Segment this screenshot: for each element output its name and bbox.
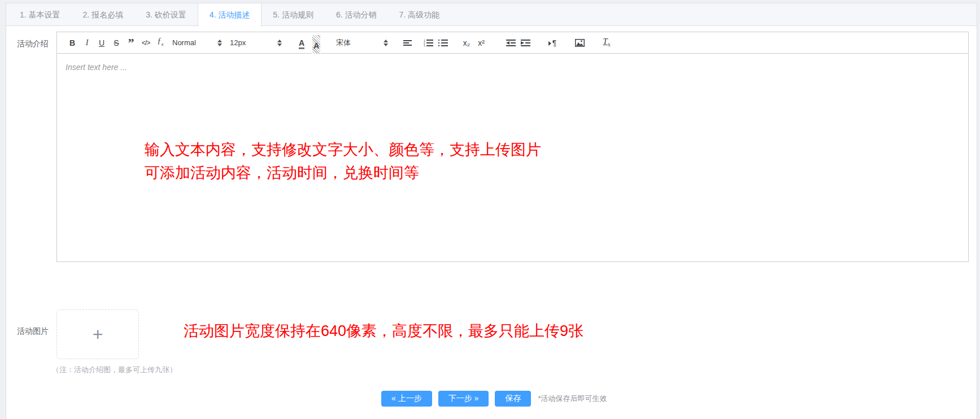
upload-note: （注：活动介绍图，最多可上传九张） <box>52 365 177 375</box>
bullet-list-icon[interactable] <box>435 39 450 47</box>
rich-text-editor: B I U S ” </> ƒx Normal 12px A <box>56 32 969 262</box>
activity-settings-card: 1. 基本设置 2. 报名必填 3. 砍价设置 4. 活动描述 5. 活动规则 … <box>6 3 977 419</box>
font-size-value: 12px <box>230 38 246 47</box>
intro-label: 活动介绍 <box>17 32 51 262</box>
footer-actions: « 上一步 下一步 » 保存 *活动保存后即可生效 <box>381 391 969 407</box>
annotation-line-2: 可添加活动内容，活动时间，兑换时间等 <box>145 162 541 185</box>
clear-format-t: T <box>603 37 607 46</box>
paragraph-format-value: Normal <box>172 38 196 47</box>
tab-panel-activity-description: 活动介绍 B I U S ” </> ƒx Normal 12p <box>6 26 977 407</box>
image-icon[interactable] <box>572 39 587 47</box>
outdent-icon[interactable] <box>503 39 518 47</box>
editor-placeholder: Insert text here ... <box>66 63 127 72</box>
text-color-icon[interactable]: A <box>294 32 309 54</box>
tab-bargain-settings[interactable]: 3. 砍价设置 <box>134 3 198 26</box>
text-color-glyph: A <box>299 39 304 49</box>
upload-column: + （注：活动介绍图，最多可上传九张） <box>56 309 177 375</box>
underline-icon[interactable]: U <box>94 32 109 54</box>
editor-text-area[interactable]: Insert text here ... 输入文本内容，支持修改文字大小、颜色等… <box>57 54 968 261</box>
clear-format-icon[interactable]: Tx <box>599 30 614 55</box>
font-family-value: 宋体 <box>336 38 351 48</box>
bold-icon[interactable]: B <box>65 32 80 54</box>
next-step-button[interactable]: 下一步 » <box>438 391 489 407</box>
prev-step-button[interactable]: « 上一步 <box>381 391 432 407</box>
formula-icon[interactable]: ƒx <box>153 30 168 55</box>
align-icon[interactable] <box>400 39 415 47</box>
tab-activity-rules[interactable]: 5. 活动规则 <box>262 3 325 26</box>
step-tabs: 1. 基本设置 2. 报名必填 3. 砍价设置 4. 活动描述 5. 活动规则 … <box>6 3 977 26</box>
images-label: 活动图片 <box>17 309 51 375</box>
blockquote-icon[interactable]: ” <box>124 34 138 51</box>
background-color-glyph: A <box>312 35 320 56</box>
updown-arrows-icon <box>384 40 388 46</box>
svg-text:3: 3 <box>424 45 425 47</box>
code-icon[interactable]: </> <box>138 32 153 54</box>
images-form-row: 活动图片 + （注：活动介绍图，最多可上传九张） 活动图片宽度保持在640像素，… <box>17 309 969 375</box>
subscript-icon[interactable]: x₂ <box>459 32 474 54</box>
intro-form-row: 活动介绍 B I U S ” </> ƒx Normal 12p <box>17 32 969 262</box>
annotation-text: 输入文本内容，支持修改文字大小、颜色等，支持上传图片 可添加活动内容，活动时间，… <box>145 138 541 185</box>
pilcrow-glyph: ¶ <box>552 38 557 47</box>
formula-x: x <box>162 41 164 47</box>
image-upload-button[interactable]: + <box>56 309 139 359</box>
clear-format-x: x <box>608 41 611 47</box>
tab-basic-settings[interactable]: 1. 基本设置 <box>8 3 72 26</box>
direction-icon[interactable]: ¶ <box>545 32 560 54</box>
background-color-icon[interactable]: A <box>309 29 324 56</box>
plus-icon: + <box>93 325 103 343</box>
save-hint-text: *活动保存后即可生效 <box>538 394 607 404</box>
tab-activity-distribution[interactable]: 6. 活动分销 <box>325 3 388 26</box>
updown-arrows-icon <box>217 40 222 46</box>
upload-hint-annotation: 活动图片宽度保持在640像素，高度不限，最多只能上传9张 <box>184 321 583 375</box>
editor-toolbar: B I U S ” </> ƒx Normal 12px A <box>57 32 968 54</box>
save-button[interactable]: 保存 <box>495 391 531 407</box>
superscript-icon[interactable]: x² <box>474 32 489 54</box>
annotation-line-1: 输入文本内容，支持修改文字大小、颜色等，支持上传图片 <box>145 138 541 162</box>
font-size-dropdown[interactable]: 12px <box>230 38 282 47</box>
indent-icon[interactable] <box>518 39 533 47</box>
italic-icon[interactable]: I <box>80 32 94 54</box>
formula-f: ƒ <box>158 37 162 45</box>
tab-advanced-features[interactable]: 7. 高级功能 <box>387 3 451 26</box>
strikethrough-icon[interactable]: S <box>109 32 124 54</box>
paragraph-format-dropdown[interactable]: Normal <box>172 38 222 47</box>
ordered-list-icon[interactable]: 123 <box>421 39 435 47</box>
updown-arrows-icon <box>277 40 282 46</box>
tab-activity-description[interactable]: 4. 活动描述 <box>198 3 262 27</box>
tab-registration-required[interactable]: 2. 报名必填 <box>72 3 135 26</box>
font-family-dropdown[interactable]: 宋体 <box>336 38 388 48</box>
